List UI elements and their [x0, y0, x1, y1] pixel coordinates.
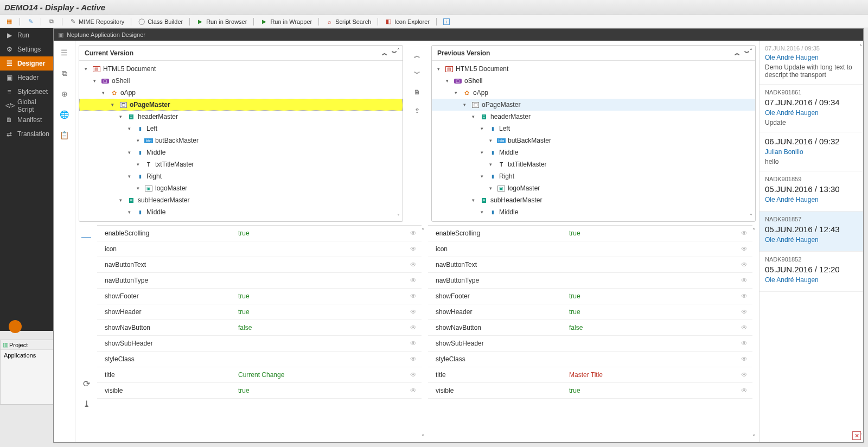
property-action-icon[interactable]: 👁 [405, 292, 422, 300]
property-row[interactable]: navButtonText👁 [97, 257, 422, 273]
toolbar-icon-1[interactable]: ▦ [3, 18, 15, 25]
property-row[interactable]: showFootertrue👁 [428, 289, 752, 304]
scroll-down-icon[interactable]: ˅ [750, 213, 752, 219]
icon-explorer-button[interactable]: ◧Icon Explorer [382, 18, 432, 25]
property-row[interactable]: showNavButtonfalse👁 [428, 320, 752, 336]
property-row[interactable]: showHeadertrue👁 [97, 304, 422, 320]
property-row[interactable]: showNavButtonfalse👁 [97, 320, 422, 336]
nav-translation[interactable]: ⇄Translation [0, 127, 53, 141]
refresh-icon[interactable]: ⟳ [83, 379, 90, 389]
property-action-icon[interactable]: 👁 [405, 229, 422, 237]
tree-node[interactable]: ▾▮Middle [432, 206, 755, 218]
property-row[interactable]: enableScrollingtrue👁 [428, 226, 752, 241]
history-item[interactable]: NADK90185905.JUN.2016 / 13:30Ole André H… [760, 171, 863, 212]
tree-node[interactable]: ▾▤HTML5 Document [79, 63, 403, 75]
run-in-wrapper-button[interactable]: ▶Run in Wrapper [258, 18, 314, 25]
nav-stylesheet[interactable]: ≡Stylesheet [0, 85, 53, 99]
scroll-down-icon[interactable]: ˅ [397, 213, 400, 219]
property-action-icon[interactable]: 👁 [736, 340, 752, 347]
property-action-icon[interactable]: 👁 [736, 371, 752, 379]
scroll-up-icon[interactable]: ˄ [422, 227, 424, 233]
scroll-up-icon[interactable]: ˄ [397, 48, 400, 54]
property-row[interactable]: titleMaster Title👁 [428, 367, 752, 383]
tree-node[interactable]: ▾▤HTML5 Document [432, 63, 755, 75]
tree-node[interactable]: ▾☐oPageMaster [79, 99, 403, 111]
tree-node[interactable]: ▾✿oApp [432, 87, 755, 99]
tree-node[interactable]: ▾≡headerMaster [79, 111, 403, 123]
property-action-icon[interactable]: 👁 [736, 355, 752, 363]
property-row[interactable]: navButtonType👁 [97, 273, 422, 289]
history-item[interactable]: 07.JUN.2016 / 09:35Ole André HaugenDemo … [760, 41, 863, 85]
property-row[interactable]: titleCurrent Change👁 [97, 367, 422, 383]
tree-node[interactable]: ▾▮Left [79, 123, 403, 135]
property-action-icon[interactable]: 👁 [405, 340, 422, 347]
toolbar-icon-wand[interactable]: ✎ [24, 18, 36, 25]
nav-settings[interactable]: ⚙Settings [0, 42, 53, 56]
scroll-down-icon[interactable]: ˅ [752, 434, 755, 440]
property-action-icon[interactable]: 👁 [736, 324, 752, 331]
tree-node[interactable]: ▾▢oShell [79, 75, 403, 87]
property-action-icon[interactable]: 👁 [405, 261, 422, 269]
collapse-icon[interactable]: ︽ [410, 49, 424, 61]
property-row[interactable]: showHeadertrue👁 [428, 304, 752, 320]
property-action-icon[interactable]: 👁 [405, 277, 422, 284]
tree-node[interactable]: ▾≡subHeaderMaster [432, 194, 755, 206]
tree-node[interactable]: ▾▣logoMaster [79, 182, 403, 194]
nav-header[interactable]: ▣Header [0, 71, 53, 85]
property-action-icon[interactable]: 👁 [405, 371, 422, 379]
tree-node[interactable]: ▾▮Middle [79, 146, 403, 158]
scroll-down-icon[interactable]: ˅ [422, 434, 424, 440]
class-builder-button[interactable]: ◯Class Builder [136, 18, 185, 25]
property-action-icon[interactable]: 👁 [736, 292, 752, 300]
history-item[interactable]: NADK90186107.JUN.2016 / 09:34Ole André H… [760, 85, 863, 132]
collapse-all-icon[interactable]: ︽ [735, 49, 740, 57]
property-row[interactable]: showSubHeader👁 [428, 336, 752, 352]
toolbar-icon-copy[interactable]: ⧉ [46, 18, 58, 25]
property-row[interactable]: styleClass👁 [428, 352, 752, 367]
tree-node[interactable]: ▾≡headerMaster [432, 111, 755, 123]
tree-node[interactable]: ▾▮Right [432, 170, 755, 182]
tree-node[interactable]: ▾TtxtTitleMaster [432, 158, 755, 170]
property-row[interactable]: icon👁 [97, 241, 422, 257]
property-row[interactable]: enableScrollingtrue👁 [97, 226, 422, 241]
property-row[interactable]: navButtonType👁 [428, 273, 752, 289]
expand-all-icon[interactable]: ︾ [392, 49, 397, 57]
property-action-icon[interactable]: 👁 [405, 387, 422, 394]
export-icon[interactable]: ⇪ [410, 105, 424, 117]
nav-designer[interactable]: ☰Designer [0, 56, 53, 71]
property-action-icon[interactable]: 👁 [736, 387, 752, 394]
tree-node[interactable]: ▾btnbutBackMaster [432, 135, 755, 146]
property-action-icon[interactable]: 👁 [405, 308, 422, 316]
tree-node[interactable]: ▾TtxtTitleMaster [79, 158, 403, 170]
tree-node[interactable]: ▾▣logoMaster [432, 182, 755, 194]
property-row[interactable]: visibletrue👁 [97, 383, 422, 399]
property-action-icon[interactable]: 👁 [405, 245, 422, 253]
tool-globe2-icon[interactable]: 🌐 [59, 109, 70, 120]
property-action-icon[interactable]: 👁 [736, 261, 752, 269]
scroll-up-icon[interactable]: ˄ [752, 227, 755, 233]
property-row[interactable]: visibletrue👁 [428, 383, 752, 399]
nav-manifest[interactable]: 🗎Manifest [0, 113, 53, 127]
property-action-icon[interactable]: 👁 [405, 355, 422, 363]
history-item[interactable]: NADK90185705.JUN.2016 / 12:43Ole André H… [760, 212, 863, 252]
close-modal-button[interactable]: ✕ [852, 431, 861, 440]
property-action-icon[interactable]: 👁 [405, 324, 422, 331]
nav-global-script[interactable]: </>Global Script [0, 99, 53, 113]
property-row[interactable]: showFootertrue👁 [97, 289, 422, 304]
tool-globe-icon[interactable]: ⊕ [59, 88, 70, 99]
tool-clipboard-icon[interactable]: 📋 [59, 130, 70, 141]
property-row[interactable]: styleClass👁 [97, 352, 422, 367]
tree-node[interactable]: ▾btnbutBackMaster [79, 135, 403, 146]
expand-all-icon[interactable]: ︾ [744, 49, 750, 57]
property-row[interactable]: icon👁 [428, 241, 752, 257]
property-row[interactable]: showSubHeader👁 [97, 336, 422, 352]
tool-copy-icon[interactable]: ⧉ [59, 68, 70, 79]
tree-node[interactable]: ▾▮Left [432, 123, 755, 135]
mime-repository-button[interactable]: ✎MIME Repository [67, 18, 126, 25]
scroll-up-icon[interactable]: ˄ [750, 48, 752, 54]
property-row[interactable]: navButtonText👁 [428, 257, 752, 273]
tree-node[interactable]: ▾✿oApp [79, 87, 403, 99]
info-button[interactable]: i [441, 18, 452, 25]
collapse-all-icon[interactable]: ︽ [382, 49, 387, 57]
history-item[interactable]: NADK90185205.JUN.2016 / 12:20Ole André H… [760, 252, 863, 292]
